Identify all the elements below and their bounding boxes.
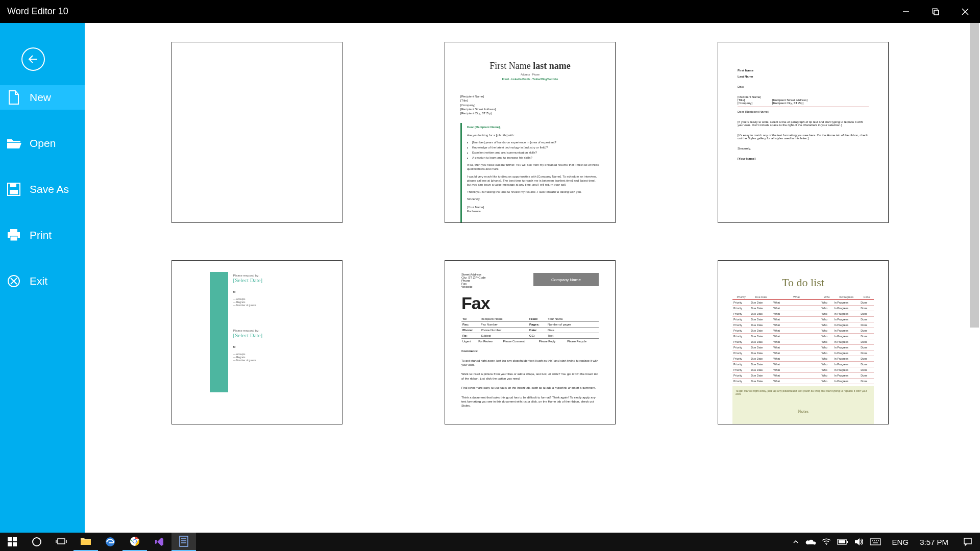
todo-title: To do list bbox=[732, 276, 874, 289]
svg-rect-37 bbox=[870, 539, 880, 545]
template-todo[interactable]: To do list PriorityDue DateWhatWhoIn Pro… bbox=[718, 260, 889, 424]
template-blank[interactable] bbox=[172, 42, 342, 223]
back-button[interactable] bbox=[21, 47, 45, 71]
svg-rect-19 bbox=[13, 542, 17, 546]
tray-language[interactable]: ENG bbox=[888, 538, 913, 546]
nav-exit-label: Exit bbox=[30, 275, 47, 287]
maximize-button[interactable] bbox=[921, 0, 950, 23]
window-title: Word Editor 10 bbox=[7, 6, 891, 17]
nav-print[interactable]: Print bbox=[0, 223, 85, 247]
nav-open-label: Open bbox=[30, 137, 56, 149]
tray-keyboard-icon[interactable] bbox=[870, 538, 881, 545]
svg-rect-35 bbox=[847, 541, 848, 543]
nav-new-label: New bbox=[30, 91, 51, 104]
svg-rect-43 bbox=[964, 538, 971, 544]
taskbar-visualstudio[interactable] bbox=[147, 533, 172, 551]
svg-rect-12 bbox=[10, 236, 17, 241]
svg-rect-21 bbox=[58, 539, 65, 544]
svg-rect-17 bbox=[13, 537, 17, 541]
cortana-button[interactable] bbox=[24, 533, 49, 551]
svg-rect-36 bbox=[839, 540, 845, 543]
svg-rect-18 bbox=[8, 542, 12, 546]
svg-rect-2 bbox=[934, 10, 939, 15]
taskbar-file-explorer[interactable] bbox=[74, 533, 98, 551]
backstage-sidebar: New Open Save As Print Exit bbox=[0, 23, 85, 533]
tray-volume-icon[interactable] bbox=[854, 538, 864, 546]
tray-chevron-icon[interactable] bbox=[792, 538, 799, 545]
invite-accent bbox=[210, 272, 228, 392]
tray-wifi-icon[interactable] bbox=[822, 538, 831, 545]
nav-saveas-label: Save As bbox=[30, 183, 69, 195]
svg-rect-8 bbox=[10, 183, 16, 187]
vertical-scrollbar[interactable] bbox=[970, 23, 979, 531]
template-cover-letter[interactable]: First Name last name Address · Phone Ema… bbox=[445, 42, 616, 223]
minimize-button[interactable] bbox=[891, 0, 921, 23]
nav-exit[interactable]: Exit bbox=[0, 269, 85, 293]
svg-point-28 bbox=[133, 540, 136, 543]
taskview-button[interactable] bbox=[49, 533, 74, 551]
nav-print-label: Print bbox=[30, 229, 52, 241]
scrollbar-thumb[interactable] bbox=[970, 23, 979, 328]
svg-rect-9 bbox=[10, 190, 18, 194]
nav-new[interactable]: New bbox=[0, 85, 85, 110]
fax-heading: Fax bbox=[461, 293, 599, 313]
fax-company: Company Name bbox=[533, 273, 599, 286]
print-icon bbox=[5, 227, 22, 244]
open-icon bbox=[5, 135, 22, 152]
coverletter-name: First Name last name bbox=[460, 60, 600, 72]
tray-action-center[interactable] bbox=[955, 533, 980, 551]
svg-rect-10 bbox=[10, 229, 17, 232]
taskbar-chrome[interactable] bbox=[122, 533, 147, 551]
nav-open[interactable]: Open bbox=[0, 131, 85, 156]
saveas-icon bbox=[5, 181, 22, 198]
taskbar: ENG 3:57 PM bbox=[0, 533, 980, 551]
svg-rect-29 bbox=[180, 536, 188, 546]
svg-point-33 bbox=[826, 544, 827, 545]
start-button[interactable] bbox=[0, 533, 24, 551]
tray-clock[interactable]: 3:57 PM bbox=[913, 538, 955, 546]
close-button[interactable] bbox=[950, 0, 980, 23]
taskbar-edge[interactable] bbox=[98, 533, 122, 551]
tray-battery-icon[interactable] bbox=[837, 539, 848, 545]
template-fax[interactable]: Street Address City, ST ZIP Code Phone F… bbox=[445, 260, 616, 424]
exit-icon bbox=[5, 272, 22, 290]
nav-saveas[interactable]: Save As bbox=[0, 177, 85, 202]
titlebar: Word Editor 10 bbox=[0, 0, 980, 23]
template-gallery: First Name last name Address · Phone Ema… bbox=[85, 23, 980, 533]
template-invitation[interactable]: Please respond by: [Select Date] M Accep… bbox=[172, 260, 342, 424]
svg-rect-16 bbox=[8, 537, 12, 541]
tray-onedrive-icon[interactable] bbox=[805, 538, 816, 545]
template-formal-letter[interactable]: First Name Last Name Date [Recipient Nam… bbox=[718, 42, 889, 223]
taskbar-word-editor[interactable] bbox=[172, 533, 196, 551]
svg-point-20 bbox=[33, 538, 41, 546]
new-icon bbox=[5, 89, 22, 106]
